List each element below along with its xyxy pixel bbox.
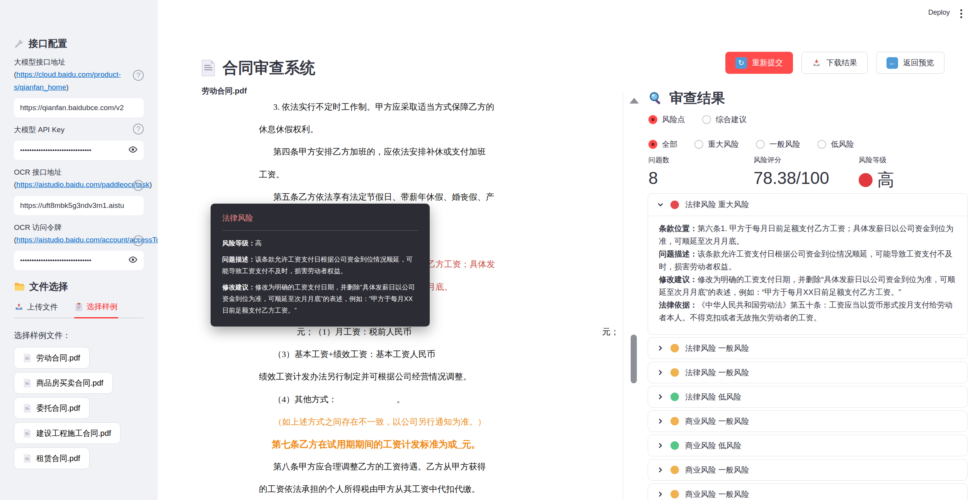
risk-card-header[interactable]: 法律风险 重大风险 — [648, 194, 967, 216]
scroll-up-arrow-icon[interactable] — [630, 98, 639, 104]
eye-icon[interactable] — [128, 145, 138, 156]
help-icon[interactable]: ? — [133, 70, 144, 81]
ocr-url-link[interactable]: https://aistudio.baidu.com/paddleocr/tas… — [16, 180, 149, 189]
file-icon — [24, 429, 31, 438]
risk-card-header[interactable]: 商业风险 一般风险 — [648, 484, 967, 500]
llm-url-link[interactable]: https://cloud.baidu.com/product-s/qianfa… — [14, 70, 121, 91]
wrench-icon — [14, 39, 24, 49]
tab-select-sample[interactable]: 选择样例 — [74, 299, 118, 318]
risk-card-title: 法律风险 一般风险 — [685, 367, 749, 378]
radio-icon[interactable] — [817, 140, 826, 149]
document-scrollbar-thumb[interactable] — [631, 335, 637, 383]
risk-card-header[interactable]: 商业风险 一般风险 — [648, 459, 967, 480]
stat-value: 8 — [648, 168, 754, 188]
risk-card: 商业风险 一般风险 — [648, 410, 968, 432]
radio-option-重大风险[interactable]: 重大风险 — [694, 139, 739, 150]
file-label: 租赁合同.pdf — [36, 453, 80, 464]
stats-row: 问题数8风险评分78.38/100风险等级高 — [648, 155, 964, 191]
risk-card-header[interactable]: 法律风险 一般风险 — [648, 338, 967, 359]
chevron-right-icon — [657, 344, 664, 352]
radio-option-一般风险[interactable]: 一般风险 — [756, 139, 800, 150]
risk-card-title: 商业风险 一般风险 — [685, 489, 749, 500]
radio-icon[interactable] — [694, 140, 703, 149]
risk-card-title: 商业风险 低风险 — [685, 440, 742, 451]
risk-card: 商业风险 一般风险 — [648, 459, 968, 481]
risk-card: 商业风险 低风险 — [648, 435, 968, 456]
stat-label: 风险等级 — [859, 155, 964, 165]
stat-问题数: 问题数8 — [648, 155, 754, 191]
risk-card-header[interactable]: 法律风险 一般风险 — [648, 362, 967, 383]
sample-file-button[interactable]: 劳动合同.pdf — [14, 347, 90, 369]
tab-upload-file[interactable]: 上传文件 — [14, 299, 59, 318]
ocr-url-input[interactable]: https://uft8mbk5g3ndv3m1.aistu — [14, 196, 144, 215]
document-line: 第八条甲方应合理调整乙方的工资待遇。乙方从甲方获得 — [201, 461, 622, 473]
app-root: Deploy 接口配置 大模型接口地址 (https://cloud.baidu… — [0, 0, 980, 500]
chevron-down-icon — [657, 201, 664, 209]
sample-file-button[interactable]: 委托合同.pdf — [14, 397, 90, 419]
help-icon[interactable]: ? — [133, 124, 144, 134]
help-icon[interactable]: ? — [133, 180, 144, 191]
kebab-menu-icon[interactable] — [956, 8, 966, 19]
radio-option-风险点[interactable]: 风险点 — [648, 114, 685, 125]
radio-option-全部[interactable]: 全部 — [648, 139, 677, 150]
document-line: 的工资依法承担的个人所得税由甲方从其工资中代扣代缴。 — [201, 483, 622, 495]
tooltip-field: 修改建议：修改为明确的工资支付日期，并删除“具体发薪日以公司资金到位为准，可顺延… — [222, 282, 418, 316]
radio-icon[interactable] — [648, 115, 657, 124]
sample-file-button[interactable]: 租赁合同.pdf — [14, 447, 90, 469]
stat-风险等级: 风险等级高 — [859, 155, 964, 191]
file-icon — [24, 354, 31, 362]
llm-url-input[interactable]: https://qianfan.baidubce.com/v2 — [14, 98, 144, 117]
stat-label: 问题数 — [648, 155, 754, 165]
radio-icon[interactable] — [756, 140, 765, 149]
download-results-button[interactable]: 下载结果 — [801, 52, 868, 74]
refresh-icon: ↻ — [735, 57, 747, 69]
risk-filter-radio-group: 全部重大风险一般风险低风险 — [648, 139, 854, 150]
risk-card-title: 法律风险 一般风险 — [685, 343, 749, 354]
llm-key-input[interactable]: ••••••••••••••••••••••••••••••• — [14, 141, 144, 160]
risk-card: 法律风险 低风险 — [648, 386, 968, 408]
document-line: 休息休假权利。 — [201, 124, 622, 135]
help-icon[interactable]: ? — [133, 235, 144, 246]
radio-option-低风险[interactable]: 低风险 — [817, 139, 854, 150]
severity-dot-icon — [670, 201, 679, 209]
back-to-preview-button[interactable]: ← 返回预览 — [876, 52, 944, 74]
risk-card-field: 问题描述：该条款允许工资支付日根据公司资金到位情况顺延，可能导致工资支付不及时，… — [659, 248, 956, 273]
deploy-button[interactable]: Deploy — [928, 9, 950, 17]
eye-icon[interactable] — [128, 255, 138, 266]
clipboard-icon — [75, 303, 83, 311]
risk-card: 法律风险 重大风险条款位置：第六条1. 甲方于每月日前足额支付乙方工资；具体发薪… — [648, 193, 968, 335]
document-line: 工资。 — [201, 169, 622, 180]
ocr-token-input[interactable]: ••••••••••••••••••••••••••••••• — [14, 251, 144, 270]
sample-file-button[interactable]: 建设工程施工合同.pdf — [14, 422, 121, 444]
file-icon — [24, 379, 31, 388]
ocr-url-field: OCR 接口地址 (https://aistudio.baidu.com/pad… — [14, 166, 144, 215]
llm-key-field: 大模型 API Key ? ••••••••••••••••••••••••••… — [14, 124, 144, 160]
document-line: （如上述方式之间存在不一致，以公司另行通知为准。） — [201, 416, 622, 428]
radio-option-综合建议[interactable]: 综合建议 — [702, 114, 747, 125]
chevron-right-icon — [657, 393, 664, 401]
risk-card-header[interactable]: 商业风险 一般风险 — [648, 411, 967, 432]
risk-card: 法律风险 一般风险 — [648, 337, 968, 359]
severity-dot-icon — [670, 393, 679, 401]
risk-card-field: 法律依据：《中华人民共和国劳动法》第五十条：工资应当以货币形式按月支付给劳动者本… — [659, 299, 956, 324]
file-label: 劳动合同.pdf — [36, 353, 80, 363]
risk-card-field: 条款位置：第六条1. 甲方于每月日前足额支付乙方工资；具体发薪日以公司资金到位为… — [659, 222, 956, 248]
file-tabs: 上传文件 选择样例 — [14, 299, 144, 318]
radio-icon[interactable] — [702, 115, 711, 124]
tooltip-divider — [222, 230, 418, 231]
risk-card-header[interactable]: 商业风险 低风险 — [648, 435, 967, 456]
tooltip-field: 风险等级：高 — [222, 238, 418, 249]
risk-card-header[interactable]: 法律风险 低风险 — [648, 386, 967, 407]
chevron-right-icon — [657, 417, 664, 425]
document-line: （3）基本工资+绩效工资：基本工资人民币 — [201, 349, 622, 360]
radio-label: 一般风险 — [769, 139, 800, 150]
ocr-token-label: OCR 访问令牌 — [14, 223, 62, 231]
resubmit-button[interactable]: ↻ 重新提交 — [725, 52, 793, 74]
risk-card-list: 法律风险 重大风险条款位置：第六条1. 甲方于每月日前足额支付乙方工资；具体发薪… — [648, 193, 968, 500]
folder-icon — [14, 282, 25, 291]
radio-icon[interactable] — [648, 140, 657, 149]
sample-file-button[interactable]: 商品房买卖合同.pdf — [14, 372, 113, 394]
config-section-title: 接口配置 — [14, 37, 144, 50]
document-line: 第五条乙方依法享有法定节假日、带薪年休假、婚丧假、产 — [201, 191, 622, 203]
chevron-right-icon — [657, 490, 664, 498]
